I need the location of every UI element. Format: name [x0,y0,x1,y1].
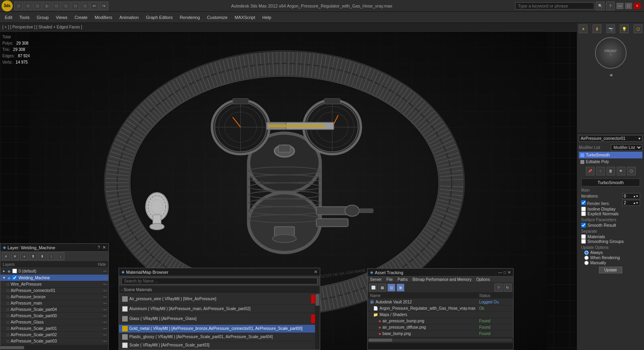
layer-item-connector01[interactable]: □ AirPressure_connector01 ▪▪▪ [0,288,108,294]
tb-btn-7[interactable]: □ [71,2,80,10]
layers-tb-down[interactable]: ⬇ [38,252,46,260]
compass[interactable]: FRONT↑ [595,37,627,69]
at-row-vault[interactable]: 🏛 Autodesk Vault 2012 Logged Ou [368,299,513,305]
mat-row-3[interactable]: Gold_metal ( VRayMtl ) [AirPressure_bron… [119,325,320,333]
layer-item-welding[interactable]: ▾ ◈ Welding_Machine ▪▪▪ [0,275,108,281]
mod-sec-pin[interactable]: 📌 [586,167,595,175]
ts-radio-when-rendering-input[interactable] [584,256,589,260]
menu-tools[interactable]: Tools [16,14,33,21]
layers-tb-move-up[interactable]: ↑ [47,252,55,260]
hscroll-thumb[interactable] [0,346,24,349]
at-hscroll[interactable] [368,337,513,342]
search-input[interactable] [515,2,594,9]
ts-radio-when-rendering[interactable]: When Rendering [584,256,640,260]
layers-tb-up[interactable]: ⬆ [29,252,37,260]
at-row-diffuse[interactable]: ■ air_pressure_diffuse.png Found [368,324,513,331]
ts-smoothing-groups-check[interactable] [581,239,586,244]
at-tb-btn-1[interactable]: ⬜ [369,284,377,292]
mat-row-0[interactable]: Air_pressure_wire ( VRayMtl ) [Wire_AirP… [119,294,320,305]
at-tb-help[interactable]: ? [495,284,502,292]
mat-scrollbar[interactable] [315,294,320,350]
mod-sec-display[interactable]: 👁 [617,167,625,175]
ts-iterations-arrows[interactable]: ▲▼ [633,195,638,198]
mat-search-input[interactable] [121,278,317,284]
at-tb-refresh[interactable]: ↻ [504,284,512,292]
mat-row-5[interactable]: Scale ( VRayMtl ) [AirPressure_Scale_par… [119,341,320,350]
tb-btn-5[interactable]: □ [52,2,61,10]
tb-btn-3[interactable]: □ [33,2,42,10]
layer-item-part00[interactable]: □ AirPressure_Scale_part00 ▪▪▪ [0,313,108,319]
ts-render-iters-arrows[interactable]: ▲▼ [633,201,638,204]
at-scroll-thumb[interactable] [368,339,392,342]
ts-iterations-spinner[interactable]: 0 ▲▼ [622,193,640,199]
r-icon-geo[interactable]: ⬡ [634,24,642,33]
ts-explicit-check[interactable] [581,211,586,216]
at-search-bar[interactable] [368,342,513,350]
modifier-list-dropdown[interactable]: Modifier List [611,144,642,151]
layers-tb-delete[interactable]: ✕ [11,252,19,260]
at-menu-options[interactable]: Options [476,277,490,282]
mat-row-2[interactable]: Glass ( VRayMtl ) [AirPressure_Glass] [119,313,320,325]
menu-create[interactable]: Create [71,14,91,21]
layer-item-part03[interactable]: □ AirPressure_Scale_part03 ▪▪▪ [0,338,108,344]
layer-checkbox-default[interactable] [12,269,17,273]
layer-item-bronze[interactable]: □ AirPressure_bronze ▪▪▪ [0,294,108,300]
at-tb-btn-3[interactable]: ▤ [387,284,395,292]
at-menu-server[interactable]: Server [370,277,381,282]
at-scroll-track[interactable] [368,339,512,342]
menu-modifiers[interactable]: Modifiers [91,14,115,21]
ts-render-iters-check[interactable] [581,200,586,205]
at-close-btn[interactable]: ✕ [508,270,511,275]
layers-tb-list[interactable]: ≡ [2,252,10,260]
ts-materials-check[interactable] [581,234,586,239]
layers-help-btn[interactable]: ? [98,245,100,250]
ts-render-iters-spinner[interactable]: 2 ▲▼ [622,200,640,206]
at-tb-btn-2[interactable]: ▦ [378,284,386,292]
at-tb-btn-4[interactable]: ▣ [397,284,404,292]
tb-btn-8[interactable]: □ [81,2,89,10]
at-menu-bitmap[interactable]: Bitmap Performance and Memory [412,277,472,282]
mod-entry-editable-poly[interactable]: Editable Poly [579,158,642,165]
menu-rendering[interactable]: Rendering [177,14,203,21]
minimize-button[interactable]: — [616,3,623,9]
menu-edit[interactable]: Edit [2,14,15,21]
mat-row-4[interactable]: Plastic_glossy ( VRayMtl ) [AirPressure_… [119,333,320,341]
menu-help[interactable]: Help [259,14,275,21]
tb-btn-10[interactable]: ↪ [100,2,108,10]
ts-radio-always[interactable]: Always [584,250,640,255]
at-row-basebump[interactable]: ■ base_bump.png Found [368,331,513,337]
layer-item-main[interactable]: □ AirPressure_main ▪▪▪ [0,300,108,307]
layers-tb-move-down[interactable]: ↓ [57,252,64,260]
layer-item-glass[interactable]: □ AirPressure_Glass ▪▪▪ [0,319,108,326]
tb-btn-4[interactable]: ▷ [43,2,51,10]
menu-group[interactable]: Group [34,14,52,21]
mod-sec-move[interactable]: ↑ [596,167,605,175]
close-button[interactable]: ✕ [634,3,641,9]
r-icon-sun[interactable]: ☀ [579,24,587,33]
ts-radio-manually-input[interactable] [584,261,589,265]
viewport-canvas[interactable]: Total Polys: 29 308 Tris: 29 308 Edges: … [0,32,577,350]
at-row-file[interactable]: 📄 Argon_Pressure_Regulator_with_Gas_Hose… [368,305,513,312]
mat-row-1[interactable]: Aluminum ( VRayMtl ) [AirPressure_main, … [119,305,320,313]
layer-item-part04[interactable]: □ AirPressure_Scale_part04 ▪▪▪ [0,307,108,313]
layers-tb-add[interactable]: ＋ [20,252,28,260]
tb-btn-9[interactable]: ↩ [90,2,99,10]
tb-btn-1[interactable]: □ [14,2,23,10]
at-min-btn[interactable]: — [498,270,502,275]
mat-scroll-thumb[interactable] [315,294,319,306]
menu-views[interactable]: Views [53,14,70,21]
at-menu-paths[interactable]: Paths [398,277,408,282]
r-icon-cam[interactable]: 📷 [606,24,615,33]
layer-item-part01[interactable]: □ AirPressure_Scale_part01 ▪▪▪ [0,326,108,332]
ts-update-button[interactable]: Update [599,267,622,273]
search-btn[interactable]: 🔍 [596,2,604,10]
ts-smooth-result-check[interactable] [581,223,586,228]
help-btn[interactable]: ? [606,2,615,10]
menu-maxscript[interactable]: MAXScript [232,14,259,21]
at-max-btn[interactable]: □ [504,270,506,275]
layer-checkbox-welding[interactable] [12,275,17,280]
ts-radio-always-input[interactable] [584,250,589,255]
menu-customize[interactable]: Customize [204,14,231,21]
r-icon-figure[interactable]: 🧍 [593,24,601,33]
layers-hscroll[interactable] [0,344,108,350]
